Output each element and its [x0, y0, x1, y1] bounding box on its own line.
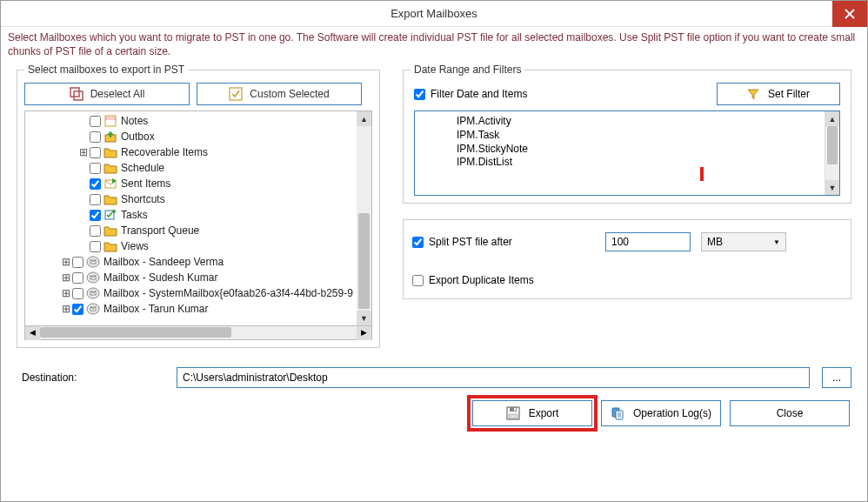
tree-row[interactable]: Notes [30, 113, 357, 129]
destination-input[interactable] [177, 367, 810, 388]
outbox-icon [103, 131, 117, 143]
tree-row[interactable]: Outbox [30, 129, 357, 144]
tree-row[interactable]: ⊞Mailbox - SystemMailbox{e0faab26-a3f4-4… [30, 285, 357, 301]
scroll-thumb-h[interactable] [40, 327, 231, 338]
tree-checkbox[interactable] [90, 225, 101, 237]
tree-row[interactable]: Views [30, 238, 357, 254]
filter-item-list[interactable]: IPM.ActivityIPM.TaskIPM.StickyNoteIPM.Di… [414, 110, 840, 196]
split-value-input[interactable] [605, 232, 691, 251]
filter-vscrollbar[interactable]: ▲ ▼ [825, 111, 839, 195]
tree-checkbox[interactable] [72, 272, 83, 284]
tree-checkbox[interactable] [90, 241, 101, 252]
tree-expander[interactable]: ⊞ [60, 287, 72, 299]
deselect-all-button[interactable]: Deselect All [24, 83, 190, 105]
svg-rect-18 [509, 414, 517, 418]
mailbox-icon [86, 303, 100, 315]
split-checkbox-row[interactable]: Split PST file after [412, 236, 595, 248]
tree-hscrollbar[interactable]: ◀ ▶ [24, 325, 372, 340]
tree-vscrollbar[interactable]: ▲ ▼ [357, 111, 371, 325]
tree-label: Views [121, 240, 149, 252]
scroll-up-icon[interactable]: ▲ [825, 111, 839, 126]
tree-checkbox[interactable] [72, 288, 83, 299]
export-button[interactable]: Export [472, 400, 592, 426]
funnel-icon [747, 88, 759, 100]
split-checkbox[interactable] [412, 237, 424, 248]
close-icon [845, 9, 855, 19]
svg-rect-2 [230, 88, 242, 100]
logs-label: Operation Log(s) [633, 407, 711, 419]
mailbox-tree[interactable]: NotesOutbox⊞Recoverable ItemsScheduleSen… [24, 110, 372, 326]
sent-icon [103, 177, 117, 190]
tree-row[interactable]: ⊞Mailbox - Sandeep Verma [30, 254, 357, 270]
tree-row[interactable]: Tasks [30, 207, 357, 223]
tree-checkbox[interactable] [90, 210, 101, 221]
scroll-thumb[interactable] [358, 213, 370, 309]
content-area: Select mailboxes to export in PST Desele… [1, 58, 867, 501]
mailbox-select-panel: Select mailboxes to export in PST Desele… [17, 64, 380, 348]
folder-icon [103, 162, 117, 174]
mailbox-select-legend: Select mailboxes to export in PST [24, 64, 188, 76]
note-icon [103, 115, 117, 127]
tree-row[interactable]: ⊞Mailbox - Sudesh Kumar [30, 270, 357, 285]
split-unit-select[interactable]: MB ▼ [701, 232, 786, 251]
filter-item: IPM.DistList [457, 156, 825, 170]
duplicate-label: Export Duplicate Items [429, 274, 534, 286]
tree-row[interactable]: Transport Queue [30, 223, 357, 238]
close-label: Close [777, 407, 804, 419]
tree-row[interactable]: Schedule [30, 160, 357, 176]
tree-checkbox[interactable] [72, 304, 83, 315]
scroll-up-icon[interactable]: ▲ [357, 111, 371, 126]
tree-label: Shortcuts [121, 193, 165, 205]
operation-logs-button[interactable]: Operation Log(s) [601, 400, 721, 426]
tree-label: Outbox [121, 131, 155, 143]
scroll-right-icon[interactable]: ▶ [357, 325, 371, 340]
custom-selected-button[interactable]: Custom Selected [197, 83, 362, 105]
tree-label: Schedule [121, 162, 164, 174]
tree-checkbox[interactable] [90, 147, 101, 158]
scroll-down-icon[interactable]: ▼ [357, 311, 371, 325]
svg-point-7 [112, 210, 116, 213]
tree-label: Transport Queue [121, 224, 199, 237]
instruction-text: Select Mailboxes which you want to migra… [1, 27, 867, 58]
tree-expander[interactable]: ⊞ [60, 303, 72, 315]
split-unit-value: MB [707, 236, 723, 248]
window-close-button[interactable] [832, 1, 867, 27]
scroll-down-icon[interactable]: ▼ [825, 180, 839, 195]
tree-row[interactable]: Sent Items [30, 176, 357, 191]
duplicate-checkbox-row[interactable]: Export Duplicate Items [412, 274, 842, 286]
tree-checkbox[interactable] [90, 163, 101, 174]
deselect-all-label: Deselect All [90, 88, 145, 100]
tree-row[interactable]: ⊞Mailbox - Tarun Kumar [30, 301, 357, 317]
duplicate-checkbox[interactable] [412, 275, 424, 286]
folder-icon [103, 240, 117, 252]
mailbox-icon [86, 287, 100, 299]
tree-checkbox[interactable] [90, 194, 101, 205]
tree-checkbox[interactable] [90, 178, 101, 190]
tree-expander[interactable]: ⊞ [60, 271, 72, 284]
scroll-left-icon[interactable]: ◀ [25, 325, 40, 340]
split-label: Split PST file after [429, 236, 512, 248]
filter-item: IPM.Task [457, 129, 825, 143]
browse-button[interactable]: ... [822, 367, 851, 388]
export-label: Export [529, 407, 559, 419]
tree-row[interactable]: Shortcuts [30, 191, 357, 207]
scroll-thumb[interactable] [827, 126, 838, 164]
tree-expander[interactable]: ⊞ [77, 146, 90, 158]
close-button[interactable]: Close [730, 400, 850, 426]
svg-rect-1 [74, 91, 83, 100]
tree-checkbox[interactable] [72, 257, 83, 268]
tree-label: Sent Items [121, 177, 170, 190]
filter-date-checkbox-row[interactable]: Filter Date and Items [414, 88, 527, 100]
split-panel: Split PST file after MB ▼ Export Duplica… [403, 219, 851, 299]
set-filter-button[interactable]: Set Filter [717, 83, 840, 105]
folder-icon [103, 146, 117, 158]
action-row: Export Operation Log(s) Close [17, 400, 851, 426]
folder-icon [103, 224, 117, 237]
tree-expander[interactable]: ⊞ [60, 256, 72, 268]
window-title: Export Mailboxes [391, 7, 477, 20]
filter-date-checkbox[interactable] [414, 89, 425, 100]
tree-row[interactable]: ⊞Recoverable Items [30, 144, 357, 160]
svg-rect-19 [514, 408, 516, 411]
tree-checkbox[interactable] [90, 131, 101, 143]
tree-checkbox[interactable] [90, 116, 101, 127]
